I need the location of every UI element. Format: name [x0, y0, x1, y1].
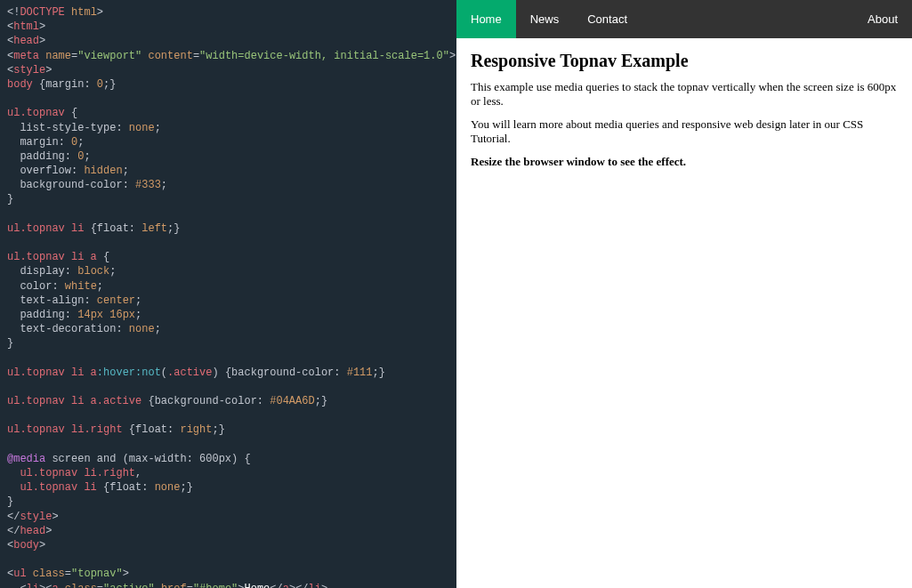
code-editor[interactable]: <!DOCTYPE html> <html> <head> <meta name… — [0, 0, 456, 588]
preview-panel: Home News Contact About Responsive Topna… — [456, 0, 912, 588]
preview-content: Responsive Topnav Example This example u… — [456, 51, 912, 169]
preview-subheading: Resize the browser window to see the eff… — [471, 155, 898, 169]
preview-paragraph-2: You will learn more about media queries … — [471, 117, 898, 146]
nav-link-home[interactable]: Home — [456, 0, 516, 38]
nav-item-contact[interactable]: Contact — [573, 0, 642, 38]
nav-link-news[interactable]: News — [516, 0, 574, 38]
preview-heading: Responsive Topnav Example — [471, 51, 898, 71]
nav-item-news[interactable]: News — [516, 0, 574, 38]
nav-item-about[interactable]: About — [853, 0, 912, 38]
nav-link-contact[interactable]: Contact — [573, 0, 642, 38]
nav-link-about[interactable]: About — [853, 0, 912, 38]
nav-item-home[interactable]: Home — [456, 0, 516, 38]
preview-paragraph-1: This example use media queries to stack … — [471, 80, 898, 109]
topnav: Home News Contact About — [456, 0, 912, 38]
